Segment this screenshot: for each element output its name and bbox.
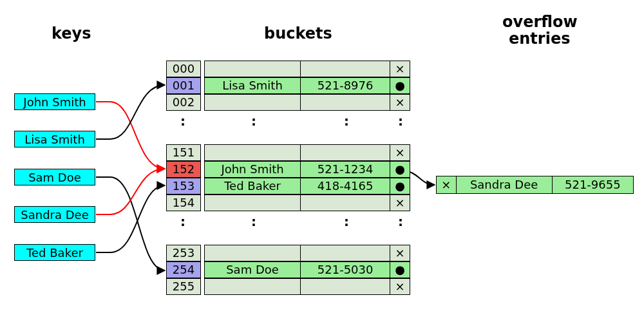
bucket-flag-154: × xyxy=(390,195,410,211)
bucket-flag-254: ● xyxy=(390,262,410,278)
key-ted-baker: Ted Baker xyxy=(14,244,95,261)
key-john-smith: John Smith xyxy=(14,93,95,110)
bucket-flag-253: × xyxy=(390,245,410,261)
bucket-flag-002: × xyxy=(390,95,410,110)
ellipsis-icon: : xyxy=(344,113,349,129)
bucket-name-002 xyxy=(205,95,301,110)
overflow-flag: × xyxy=(437,176,457,193)
bucket-row-253: × xyxy=(204,245,410,261)
ellipsis-icon: : xyxy=(251,214,256,229)
ellipsis-icon: : xyxy=(251,113,256,129)
bucket-flag-000: × xyxy=(390,61,410,77)
bucket-phone-002 xyxy=(301,95,390,110)
bucket-name-254: Sam Doe xyxy=(205,262,301,278)
bucket-index-000: 000 xyxy=(166,61,201,77)
bucket-phone-151 xyxy=(301,145,390,160)
arrow-ted-baker-to-153 xyxy=(96,185,165,252)
bucket-index-153: 153 xyxy=(166,178,201,194)
arrow-lisa-smith-to-001 xyxy=(96,85,165,139)
buckets-heading: buckets xyxy=(264,24,332,43)
ellipsis-icon: : xyxy=(344,214,349,229)
bucket-phone-153: 418-4165 xyxy=(301,178,390,194)
key-sam-doe: Sam Doe xyxy=(14,169,95,185)
bucket-phone-253 xyxy=(301,245,390,261)
bucket-phone-254: 521-5030 xyxy=(301,262,390,278)
arrow-john-smith-to-152 xyxy=(96,102,165,169)
bucket-name-255 xyxy=(205,279,301,294)
bucket-index-154: 154 xyxy=(166,194,201,211)
bucket-phone-001: 521-8976 xyxy=(301,78,390,93)
overflow-heading-line1: overflow xyxy=(502,13,578,31)
bucket-flag-255: × xyxy=(390,279,410,294)
bucket-phone-154 xyxy=(301,195,390,211)
bucket-index-255: 255 xyxy=(166,278,201,295)
bucket-name-152: John Smith xyxy=(205,162,301,177)
overflow-entry: × Sandra Dee 521-9655 xyxy=(436,176,634,194)
arrow-sandra-dee-to-152 xyxy=(96,169,165,214)
bucket-row-002: × xyxy=(204,94,410,111)
keys-heading: keys xyxy=(52,24,91,43)
bucket-flag-152: ● xyxy=(390,162,410,177)
bucket-row-153: Ted Baker 418-4165 ● xyxy=(204,178,410,194)
bucket-index-254: 254 xyxy=(166,261,201,278)
bucket-phone-255 xyxy=(301,279,390,294)
hash-table-diagram: keys buckets overflow entries John Smith… xyxy=(0,0,644,322)
bucket-name-151 xyxy=(205,145,301,160)
key-sandra-dee: Sandra Dee xyxy=(14,206,95,223)
ellipsis-icon: : xyxy=(180,113,185,129)
bucket-row-001: Lisa Smith 521-8976 ● xyxy=(204,77,410,94)
bucket-index-152: 152 xyxy=(166,161,201,178)
bucket-flag-153: ● xyxy=(390,178,410,194)
overflow-heading-line2: entries xyxy=(509,30,570,48)
bucket-row-255: × xyxy=(204,278,410,295)
overflow-phone: 521-9655 xyxy=(553,176,633,193)
ellipsis-icon: : xyxy=(398,214,403,229)
bucket-row-254: Sam Doe 521-5030 ● xyxy=(204,261,410,278)
bucket-name-000 xyxy=(205,61,301,77)
ellipsis-icon: : xyxy=(180,214,185,229)
bucket-name-001: Lisa Smith xyxy=(205,78,301,93)
bucket-name-253 xyxy=(205,245,301,261)
arrow-sam-doe-to-254 xyxy=(96,177,165,270)
bucket-row-154: × xyxy=(204,194,410,211)
overflow-name: Sandra Dee xyxy=(457,176,553,193)
bucket-name-154 xyxy=(205,195,301,211)
bucket-name-153: Ted Baker xyxy=(205,178,301,194)
bucket-phone-152: 521-1234 xyxy=(301,162,390,177)
bucket-index-253: 253 xyxy=(166,245,201,261)
bucket-flag-151: × xyxy=(390,145,410,160)
bucket-phone-000 xyxy=(301,61,390,77)
bucket-row-152: John Smith 521-1234 ● xyxy=(204,161,410,178)
bucket-row-000: × xyxy=(204,61,410,77)
ellipsis-icon: : xyxy=(398,113,403,129)
bucket-row-151: × xyxy=(204,144,410,161)
key-lisa-smith: Lisa Smith xyxy=(14,131,95,147)
bucket-flag-001: ● xyxy=(390,78,410,93)
bucket-index-002: 002 xyxy=(166,94,201,111)
bucket-index-001: 001 xyxy=(166,77,201,94)
bucket-index-151: 151 xyxy=(166,144,201,161)
